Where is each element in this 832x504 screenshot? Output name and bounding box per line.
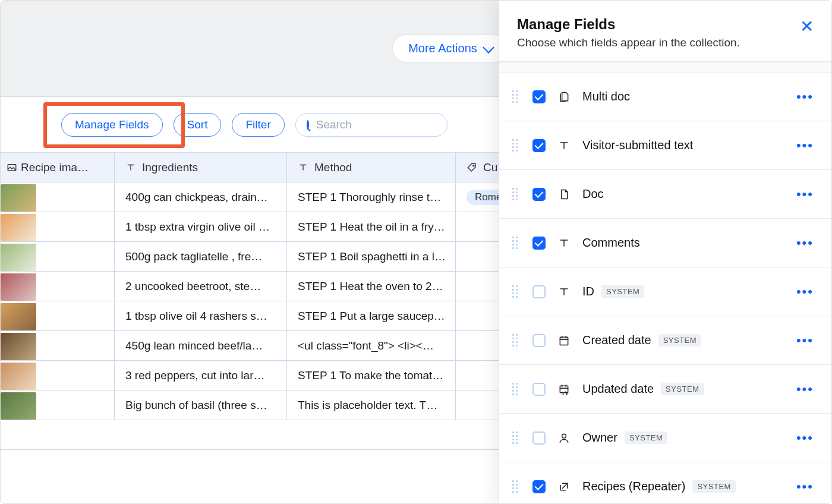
chevron-down-icon — [483, 42, 494, 53]
manage-fields-button[interactable]: Manage Fields — [61, 113, 163, 137]
more-actions-label: More Actions — [408, 42, 477, 55]
text-icon — [298, 162, 308, 173]
thumbnail — [1, 392, 36, 420]
drag-handle-icon[interactable] — [512, 90, 521, 103]
field-row[interactable]: Owner SYSTEM ••• — [499, 414, 831, 462]
drag-handle-icon[interactable] — [512, 334, 521, 346]
more-actions-button[interactable]: More Actions — [392, 34, 509, 62]
more-icon[interactable]: ••• — [796, 430, 814, 446]
drag-handle-icon[interactable] — [512, 285, 521, 298]
field-list: Multi doc ••• Visitor-submitted text •••… — [499, 73, 831, 504]
tag-icon — [467, 162, 477, 173]
close-icon[interactable]: ✕ — [800, 18, 814, 35]
field-row[interactable]: Recipes (Repeater) SYSTEM ••• — [499, 462, 831, 504]
field-label: Visitor-submitted text — [582, 138, 784, 152]
drag-handle-icon[interactable] — [512, 237, 521, 249]
multidoc-icon — [557, 90, 571, 103]
field-row[interactable]: Updated date SYSTEM ••• — [499, 365, 831, 414]
text-icon — [557, 237, 571, 249]
cell-method: STEP 1 To make the tomat… — [298, 369, 443, 382]
doc-icon — [557, 188, 571, 201]
cell-method: STEP 1 Thoroughly rinse t… — [298, 191, 441, 204]
col-label: Recipe ima… — [21, 161, 89, 174]
cell-ingredients: 1 tbsp olive oil 4 rashers s… — [125, 310, 267, 323]
more-icon[interactable]: ••• — [796, 479, 814, 494]
field-checkbox[interactable] — [532, 431, 546, 445]
cell-ingredients: 1 tbsp extra virgin olive oil … — [125, 220, 270, 234]
search-icon — [307, 120, 309, 130]
system-tag: SYSTEM — [658, 334, 701, 346]
field-row[interactable]: Doc ••• — [499, 170, 831, 219]
drag-handle-icon[interactable] — [512, 139, 521, 152]
field-checkbox[interactable] — [532, 480, 546, 493]
system-tag: SYSTEM — [601, 285, 644, 298]
field-checkbox[interactable] — [532, 383, 546, 396]
person-icon — [557, 432, 571, 444]
field-row[interactable]: Multi doc ••• — [499, 73, 831, 121]
cell-method: STEP 1 Heat the oven to 2… — [298, 280, 443, 293]
column-recipe-image[interactable]: Recipe ima… — [1, 153, 115, 182]
cell-ingredients: Big bunch of basil (three s… — [125, 399, 267, 412]
system-tag: SYSTEM — [661, 383, 704, 395]
thumbnail — [1, 184, 36, 212]
cell-ingredients: 400g can chickpeas, drain… — [125, 191, 268, 204]
calendar-icon — [557, 335, 571, 346]
field-checkbox[interactable] — [532, 188, 546, 201]
more-icon[interactable]: ••• — [796, 235, 814, 251]
text-icon — [557, 286, 571, 298]
more-icon[interactable]: ••• — [796, 187, 814, 202]
thumbnail — [1, 333, 36, 360]
column-method[interactable]: Method — [287, 153, 456, 182]
field-row[interactable]: ID SYSTEM ••• — [499, 267, 831, 316]
more-icon[interactable]: ••• — [796, 382, 814, 397]
field-checkbox[interactable] — [532, 285, 546, 298]
thumbnail — [1, 363, 36, 390]
field-checkbox[interactable] — [532, 237, 546, 250]
field-row[interactable]: Visitor-submitted text ••• — [499, 121, 831, 170]
filter-button[interactable]: Filter — [232, 113, 284, 137]
cell-method: STEP 1 Heat the oil in a fry… — [298, 220, 445, 234]
thumbnail — [1, 303, 36, 330]
drag-handle-icon[interactable] — [512, 188, 521, 200]
sort-button[interactable]: Sort — [174, 113, 222, 137]
panel-header: Manage Fields Choose which fields appear… — [499, 1, 831, 61]
drag-handle-icon[interactable] — [512, 431, 521, 444]
svg-point-1 — [473, 165, 474, 166]
col-label: Method — [314, 161, 352, 174]
field-checkbox[interactable] — [532, 139, 546, 152]
arrow-out-icon — [557, 481, 571, 493]
field-checkbox[interactable] — [532, 334, 546, 347]
system-tag: SYSTEM — [692, 480, 735, 493]
cell-ingredients: 2 uncooked beetroot, ste… — [125, 280, 261, 293]
field-label: Updated date SYSTEM — [582, 382, 784, 396]
drag-handle-icon[interactable] — [512, 383, 521, 395]
svg-rect-0 — [8, 164, 16, 171]
field-label: ID SYSTEM — [582, 285, 784, 298]
field-row[interactable]: Created date SYSTEM ••• — [499, 316, 831, 365]
text-icon — [557, 140, 571, 152]
more-icon[interactable]: ••• — [796, 89, 814, 105]
search-input[interactable] — [316, 118, 457, 131]
field-label: Multi doc — [582, 90, 784, 103]
field-label: Doc — [582, 187, 784, 201]
thumbnail — [1, 244, 36, 271]
manage-fields-panel: Manage Fields Choose which fields appear… — [499, 1, 831, 504]
more-icon[interactable]: ••• — [796, 333, 814, 348]
search-field[interactable] — [295, 113, 447, 137]
more-icon[interactable]: ••• — [796, 284, 814, 300]
image-icon — [7, 162, 17, 173]
more-icon[interactable]: ••• — [796, 138, 814, 153]
cell-method: STEP 1 Boil spaghetti in a l… — [298, 250, 446, 263]
field-label: Created date SYSTEM — [582, 333, 784, 347]
cell-ingredients: 450g lean minced beef/la… — [125, 339, 263, 352]
text-icon — [125, 162, 136, 173]
field-label: Owner SYSTEM — [582, 431, 784, 445]
system-tag: SYSTEM — [625, 431, 667, 444]
field-checkbox[interactable] — [532, 90, 546, 103]
col-label: Ingredients — [142, 161, 198, 174]
panel-gap — [499, 62, 831, 73]
cell-ingredients: 500g pack tagliatelle , fre… — [125, 250, 262, 263]
drag-handle-icon[interactable] — [512, 480, 521, 493]
field-row[interactable]: Comments ••• — [499, 219, 831, 267]
column-ingredients[interactable]: Ingredients — [115, 153, 287, 182]
